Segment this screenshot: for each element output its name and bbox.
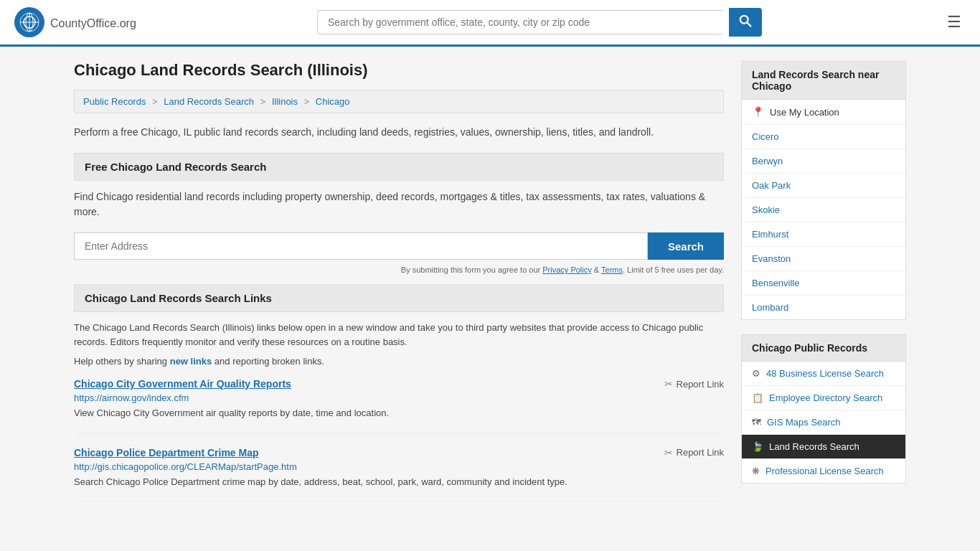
public-records-section-title: Chicago Public Records [741,334,906,362]
public-records-employee-directory[interactable]: 📋 Employee Directory Search [742,386,905,410]
link-entry-1-desc: Search Chicago Police Department crime m… [74,475,724,489]
link-entry-1: Chicago Police Department Crime Map ✂ Re… [74,447,724,503]
privacy-policy-link[interactable]: Privacy Policy [542,265,591,274]
address-search-area: Search [74,232,724,260]
svg-point-5 [740,16,748,24]
logo-text: CountyOffice.org [50,14,136,31]
breadcrumb: Public Records > Land Records Search > I… [74,90,724,113]
star-icon: ❋ [752,466,760,476]
link-entry-0-title[interactable]: Chicago City Government Air Quality Repo… [74,378,291,390]
link-entry-0-desc: View Chicago City Government air quality… [74,406,724,420]
breadcrumb-land-records[interactable]: Land Records Search [164,96,254,107]
address-input[interactable] [74,232,648,260]
terms-link[interactable]: Terms [601,265,623,274]
public-records-business-license[interactable]: ⚙ 48 Business License Search [742,362,905,386]
sidebar: Land Records Search near Chicago 📍 Use M… [741,61,906,515]
link-entry-0: Chicago City Government Air Quality Repo… [74,378,724,434]
page-title: Chicago Land Records Search (Illinois) [74,61,724,80]
nearby-berwyn[interactable]: Berwyn [742,149,905,174]
report-icon-0: ✂ [664,378,673,390]
new-links-link[interactable]: new links [170,356,212,367]
report-link-button-0[interactable]: ✂ Report Link [664,378,724,390]
search-button[interactable]: Search [648,232,724,260]
intro-description: Perform a free Chicago, IL public land r… [74,125,724,140]
links-section-header: Chicago Land Records Search Links [74,284,724,312]
logo-icon [14,7,44,37]
header-search-input[interactable] [317,10,723,34]
page-container: Chicago Land Records Search (Illinois) P… [60,47,920,529]
links-description: The Chicago Land Records Search (Illinoi… [74,321,724,349]
gear-icon: ⚙ [752,368,760,379]
free-search-description: Find Chicago residential land records in… [74,189,724,220]
nearby-section-title: Land Records Search near Chicago [741,61,906,100]
site-header: CountyOffice.org ☰ [0,0,980,47]
link-entry-1-url[interactable]: http://gis.chicagopolice.org/CLEARMap/st… [74,461,724,472]
public-records-block: ⚙ 48 Business License Search 📋 Employee … [741,362,906,484]
nearby-elmhurst[interactable]: Elmhurst [742,222,905,247]
share-line: Help others by sharing new links and rep… [74,356,724,367]
header-search-button[interactable] [729,8,762,37]
use-location-item[interactable]: 📍 Use My Location [742,100,905,125]
hamburger-menu-button[interactable]: ☰ [943,9,966,36]
logo[interactable]: CountyOffice.org [14,7,136,37]
nearby-oak-park[interactable]: Oak Park [742,174,905,198]
link-entry-0-url[interactable]: https://airnow.gov/index.cfm [74,392,724,403]
public-records-land-records[interactable]: 🍃 Land Records Search [742,435,905,459]
report-icon-1: ✂ [664,447,673,458]
main-content: Chicago Land Records Search (Illinois) P… [74,61,724,515]
nearby-cicero[interactable]: Cicero [742,125,905,149]
pin-icon: 📍 [752,106,764,118]
book-icon: 📋 [752,392,763,403]
form-disclaimer: By submitting this form you agree to our… [74,265,724,274]
nearby-skokie[interactable]: Skokie [742,198,905,222]
leaf-icon: 🍃 [752,441,763,452]
link-entry-1-title[interactable]: Chicago Police Department Crime Map [74,447,259,458]
breadcrumb-illinois[interactable]: Illinois [272,96,298,107]
breadcrumb-public-records[interactable]: Public Records [83,96,146,107]
nearby-evanston[interactable]: Evanston [742,247,905,271]
nearby-bensenville[interactable]: Bensenville [742,271,905,296]
report-link-button-1[interactable]: ✂ Report Link [664,447,724,458]
nearby-section-block: 📍 Use My Location Cicero Berwyn Oak Park… [741,100,906,320]
free-search-section-header: Free Chicago Land Records Search [74,153,724,181]
breadcrumb-chicago[interactable]: Chicago [316,96,350,107]
map-icon: 🗺 [752,417,761,428]
public-records-gis-maps[interactable]: 🗺 GIS Maps Search [742,410,905,435]
svg-line-6 [748,23,751,27]
nearby-lombard[interactable]: Lombard [742,296,905,319]
public-records-professional-license[interactable]: ❋ Professional License Search [742,459,905,483]
header-search-area [317,8,762,37]
